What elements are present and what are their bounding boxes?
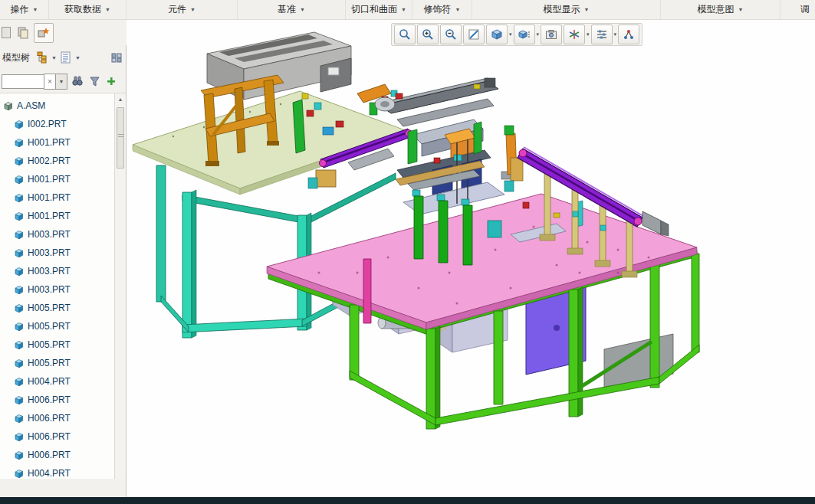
part-icon: [14, 248, 24, 258]
tree-item[interactable]: H006.PRT: [0, 446, 114, 464]
tree-item[interactable]: I002.PRT: [0, 115, 114, 133]
saved-orientations-dropdown-arrow[interactable]: ▾: [537, 31, 540, 38]
scroll-up-button[interactable]: ▲: [115, 93, 126, 105]
tree-item[interactable]: H004.PRT: [0, 464, 114, 479]
status-bar: [0, 497, 815, 504]
tree-item[interactable]: H005.PRT: [0, 299, 114, 317]
panel-title: 模型树: [2, 51, 30, 64]
zoom-fit-button[interactable]: [394, 25, 416, 44]
zoom-out-button[interactable]: [440, 25, 462, 44]
part-icon: [14, 175, 24, 185]
menu-operations[interactable]: 操作▼: [0, 0, 49, 19]
datum-display-icon: [568, 28, 580, 41]
annotation-display-dropdown-arrow[interactable]: ▾: [614, 31, 617, 38]
model-tree-area: A.ASMI002.PRTH001.PRTH002.PRTH001.PRTH00…: [0, 93, 126, 479]
display-style-icon: [491, 28, 503, 41]
menu-model-display[interactable]: 模型显示▼: [472, 0, 661, 19]
tree-item[interactable]: H001.PRT: [0, 188, 114, 207]
scroll-thumb[interactable]: [117, 107, 124, 169]
tree-columns-icon[interactable]: [110, 51, 123, 64]
tree-item[interactable]: H003.PRT: [0, 225, 114, 244]
datum-display-dropdown-arrow[interactable]: ▾: [587, 31, 590, 38]
part-icon: [14, 450, 24, 460]
zoom-out-icon: [445, 28, 457, 41]
tree-item[interactable]: H001.PRT: [0, 170, 114, 188]
menu-modifiers[interactable]: 修饰符▼: [412, 0, 472, 19]
tree-item-label: H004.PRT: [28, 468, 71, 479]
repaint-button[interactable]: [463, 25, 485, 44]
menu-label: 元件: [168, 3, 186, 16]
zoom-in-button[interactable]: [417, 25, 439, 44]
repaint-icon: [468, 28, 480, 41]
tree-item[interactable]: H003.PRT: [0, 244, 114, 262]
tree-search-row: × ▼: [0, 70, 126, 93]
tree-vertical-scrollbar[interactable]: ▲: [114, 93, 126, 479]
menu-get-data[interactable]: 获取数据▼: [49, 0, 127, 19]
spin-center-icon: [623, 28, 635, 41]
add-icon[interactable]: [104, 74, 118, 88]
chevron-down-icon: ▼: [584, 7, 590, 12]
pane-toggle-icon[interactable]: [2, 27, 11, 38]
tree-item[interactable]: H002.PRT: [0, 152, 114, 170]
model-tree-header: 模型树 ▼: [0, 45, 126, 70]
annotation-display-button[interactable]: [591, 25, 613, 44]
tree-item[interactable]: H003.PRT: [0, 262, 114, 280]
part-icon: [14, 377, 24, 387]
clipboard-icon: [16, 26, 30, 40]
tree-item-label: H001.PRT: [28, 174, 71, 185]
tree-filter-list-icon[interactable]: [59, 51, 73, 64]
menu-model-intent[interactable]: 模型意图▼: [661, 0, 780, 19]
menu-label: 切口和曲面: [351, 3, 397, 16]
tree-item-label: H001.PRT: [28, 137, 71, 148]
part-icon: [14, 358, 24, 368]
tree-filter-dropdown-arrow[interactable]: ▼: [75, 55, 81, 61]
tree-item[interactable]: H004.PRT: [0, 372, 114, 391]
chevron-down-icon: ▼: [738, 7, 744, 12]
clear-search-button[interactable]: ×: [44, 74, 55, 90]
search-input[interactable]: [2, 74, 44, 89]
spin-center-button[interactable]: [618, 25, 639, 44]
regenerate-button[interactable]: [34, 23, 54, 43]
display-style-dropdown-arrow[interactable]: ▾: [509, 31, 512, 38]
menu-datum[interactable]: 基准▼: [238, 0, 346, 19]
tree-item[interactable]: H001.PRT: [0, 133, 114, 152]
part-icon: [14, 193, 24, 203]
tree-item[interactable]: H006.PRT: [0, 391, 114, 409]
model-tree-icon[interactable]: [35, 51, 49, 64]
menu-cut-and-surface[interactable]: 切口和曲面▼: [346, 0, 412, 19]
tree-item[interactable]: H005.PRT: [0, 354, 114, 372]
part-icon: [14, 432, 24, 442]
tree-item[interactable]: H005.PRT: [0, 317, 114, 335]
tree-item-label: H006.PRT: [28, 450, 71, 460]
display-style-button[interactable]: [486, 25, 508, 44]
graphics-viewport[interactable]: [127, 20, 815, 497]
regenerate-icon: [37, 26, 51, 40]
datum-display-button[interactable]: [564, 25, 585, 44]
quick-toolbar: [0, 20, 127, 45]
menu-component[interactable]: 元件▼: [127, 0, 238, 19]
clipboard-button[interactable]: [14, 24, 32, 42]
tree-item[interactable]: H001.PRT: [0, 207, 114, 225]
part-icon: [14, 303, 24, 313]
part-icon: [14, 285, 24, 295]
tree-item[interactable]: H006.PRT: [0, 427, 114, 446]
filter-icon[interactable]: [87, 74, 101, 88]
capture-button[interactable]: [541, 25, 562, 44]
tree-item-label: I002.PRT: [28, 119, 66, 129]
find-icon[interactable]: [71, 74, 84, 88]
saved-orientations-button[interactable]: [514, 25, 535, 44]
tree-item-label: H006.PRT: [28, 394, 71, 405]
model-tree-dropdown-arrow[interactable]: ▼: [51, 55, 57, 61]
tree-item[interactable]: H003.PRT: [0, 280, 114, 299]
tree-item[interactable]: H006.PRT: [0, 409, 114, 427]
zoom-fit-icon: [399, 28, 411, 41]
search-dropdown-button[interactable]: ▼: [55, 74, 67, 90]
chevron-down-icon: ▼: [300, 7, 305, 12]
tree-item-label: H003.PRT: [28, 284, 71, 295]
assembly-icon: [3, 101, 13, 111]
tree-item-root[interactable]: A.ASM: [0, 97, 114, 115]
tree-item-label: A.ASM: [17, 100, 45, 111]
menu-adjust[interactable]: 调: [780, 0, 815, 19]
tree-item[interactable]: H005.PRT: [0, 335, 114, 354]
tree-item-label: H005.PRT: [28, 321, 71, 332]
